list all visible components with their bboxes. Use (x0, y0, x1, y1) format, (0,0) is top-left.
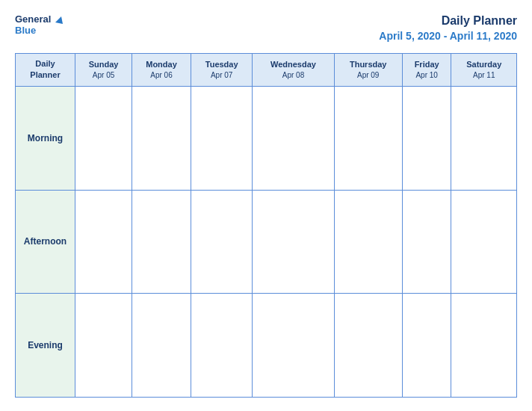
svg-marker-0 (55, 16, 63, 24)
afternoon-tuesday[interactable] (191, 190, 252, 294)
evening-sunday[interactable] (75, 294, 132, 398)
afternoon-row: Afternoon (16, 190, 517, 294)
afternoon-sunday[interactable] (75, 190, 132, 294)
afternoon-thursday[interactable] (334, 190, 402, 294)
col-saturday: Saturday Apr 11 (451, 53, 517, 86)
morning-label: Morning (16, 86, 75, 190)
header-row: DailyPlanner Sunday Apr 05 Monday Apr 06… (16, 53, 517, 86)
morning-thursday[interactable] (334, 86, 402, 190)
afternoon-monday[interactable] (132, 190, 191, 294)
evening-saturday[interactable] (451, 294, 517, 398)
morning-monday[interactable] (132, 86, 191, 190)
afternoon-label: Afternoon (16, 190, 75, 294)
afternoon-wednesday[interactable] (253, 190, 334, 294)
calendar-table: DailyPlanner Sunday Apr 05 Monday Apr 06… (15, 53, 517, 398)
morning-saturday[interactable] (451, 86, 517, 190)
evening-tuesday[interactable] (191, 294, 252, 398)
morning-friday[interactable] (402, 86, 451, 190)
morning-tuesday[interactable] (191, 86, 252, 190)
logo-blue: Blue (15, 25, 36, 36)
col-thursday: Thursday Apr 09 (334, 53, 402, 86)
daily-planner-header: DailyPlanner (16, 53, 75, 86)
evening-friday[interactable] (402, 294, 451, 398)
col-wednesday: Wednesday Apr 08 (253, 53, 334, 86)
morning-wednesday[interactable] (253, 86, 334, 190)
afternoon-friday[interactable] (402, 190, 451, 294)
planner-dates: April 5, 2020 - April 11, 2020 (379, 29, 517, 43)
planner-title: Daily Planner (379, 13, 517, 29)
col-sunday: Sunday Apr 05 (75, 53, 132, 86)
morning-row: Morning (16, 86, 517, 190)
evening-label: Evening (16, 294, 75, 398)
evening-wednesday[interactable] (253, 294, 334, 398)
evening-row: Evening (16, 294, 517, 398)
title-area: Daily Planner April 5, 2020 - April 11, … (379, 13, 517, 43)
evening-thursday[interactable] (334, 294, 402, 398)
afternoon-saturday[interactable] (451, 190, 517, 294)
col-tuesday: Tuesday Apr 07 (191, 53, 252, 86)
col-monday: Monday Apr 06 (132, 53, 191, 86)
evening-monday[interactable] (132, 294, 191, 398)
col-friday: Friday Apr 10 (402, 53, 451, 86)
logo-area: General Blue (15, 13, 64, 36)
logo-general: General (15, 14, 51, 25)
logo-icon (52, 13, 64, 25)
page-header: General Blue Daily Planner April 5, 2020… (15, 13, 517, 43)
morning-sunday[interactable] (75, 86, 132, 190)
